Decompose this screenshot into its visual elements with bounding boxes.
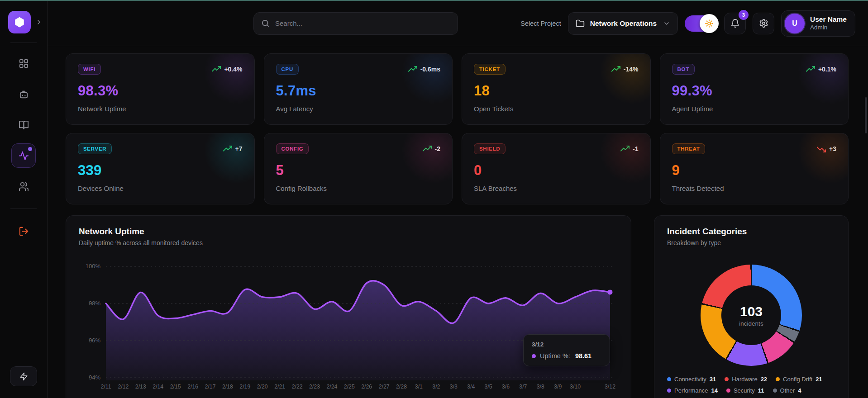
chevron-right-icon: [35, 19, 43, 26]
svg-text:2/17: 2/17: [205, 384, 216, 390]
sidebar: [0, 1, 48, 398]
active-indicator-dot: [28, 147, 32, 151]
user-role: Admin: [810, 24, 847, 31]
svg-text:2/28: 2/28: [396, 384, 407, 390]
sidebar-item-users[interactable]: [11, 174, 36, 199]
app-logo[interactable]: [8, 11, 31, 33]
toggle-knob: [700, 14, 719, 33]
stat-trend: -0.6ms: [408, 66, 440, 73]
stat-label: Devices Online: [78, 185, 243, 192]
stat-trend: +7: [223, 145, 243, 152]
svg-text:2/20: 2/20: [257, 384, 268, 390]
user-menu[interactable]: U User Name Admin: [781, 10, 855, 37]
svg-text:2/23: 2/23: [309, 384, 320, 390]
search-input[interactable]: [275, 19, 450, 27]
trending-up-icon: [423, 146, 432, 152]
svg-text:2/18: 2/18: [222, 384, 233, 390]
legend-value: 21: [816, 376, 822, 383]
legend-dot: [667, 377, 671, 381]
legend-label: Security: [734, 387, 755, 394]
stat-card-threat: THREAT +3 9 Threats Detected: [660, 133, 849, 204]
sidebar-item-monitoring[interactable]: [11, 143, 36, 168]
stat-badge: WIFI: [78, 64, 101, 75]
stat-badge: THREAT: [672, 143, 706, 154]
stat-card-bot: BOT +0.1% 99.3% Agent Uptime: [660, 53, 849, 125]
legend-item-hardware: Hardware 22: [725, 376, 767, 383]
sidebar-item-dashboard[interactable]: [11, 51, 36, 76]
stat-trend-value: -14%: [624, 66, 639, 73]
legend-dot: [726, 389, 730, 393]
logout-icon: [19, 226, 29, 237]
chart-tooltip: 3/12 Uptime %: 98.61: [523, 334, 610, 366]
stat-value: 339: [78, 162, 243, 179]
tooltip-value: 98.61: [575, 352, 591, 360]
legend-value: 31: [710, 376, 716, 383]
svg-text:2/11: 2/11: [100, 384, 111, 390]
settings-button[interactable]: [753, 13, 774, 34]
uptime-title: Network Uptime: [79, 227, 618, 237]
legend-label: Performance: [674, 387, 708, 394]
svg-text:100%: 100%: [86, 263, 101, 270]
notification-badge: 3: [739, 10, 749, 20]
logout-button[interactable]: [11, 219, 36, 243]
svg-text:2/14: 2/14: [153, 384, 163, 390]
stat-label: Threats Detected: [672, 185, 837, 192]
stat-trend-value: -0.6ms: [420, 66, 440, 73]
stat-trend-value: +3: [829, 145, 836, 152]
svg-text:3/9: 3/9: [554, 384, 562, 390]
legend-dot: [773, 389, 777, 393]
trending-up-icon: [620, 146, 630, 152]
bell-icon: [730, 19, 740, 28]
stats-grid: WIFI +0.4% 98.3% Network Uptime CPU -0.6…: [66, 53, 849, 204]
sidebar-item-docs[interactable]: [11, 113, 36, 137]
notifications-button[interactable]: 3: [724, 13, 746, 34]
sidebar-expand-button[interactable]: [35, 19, 43, 26]
users-icon: [19, 181, 29, 192]
legend-label: Config Drift: [783, 376, 812, 383]
stat-trend: -1: [620, 145, 638, 152]
stat-trend-value: +7: [235, 145, 243, 152]
legend-value: 4: [798, 387, 801, 394]
stat-label: SLA Breaches: [474, 185, 639, 192]
stat-card-shield: SHIELD -1 0 SLA Breaches: [462, 133, 651, 204]
trending-up-icon: [223, 146, 232, 152]
stat-value: 5.7ms: [276, 83, 441, 99]
select-project-label: Select Project: [520, 20, 561, 27]
trending-up-icon: [611, 66, 620, 73]
quick-actions-button[interactable]: [10, 366, 37, 386]
stat-badge: CONFIG: [276, 143, 309, 154]
legend-value: 11: [758, 387, 764, 394]
project-dropdown[interactable]: Network Operations: [568, 12, 678, 35]
trending-up-icon: [212, 66, 221, 73]
legend-dot: [725, 377, 729, 381]
legend-item-performance: Performance 14: [667, 387, 718, 394]
svg-text:2/15: 2/15: [170, 384, 181, 390]
donut-chart: 103 incidents: [701, 265, 802, 366]
scrollbar-thumb[interactable]: [865, 97, 867, 133]
stat-badge: CPU: [276, 64, 299, 75]
stat-card-config: CONFIG -2 5 Config Rollbacks: [264, 133, 453, 204]
svg-text:3/4: 3/4: [467, 384, 475, 390]
sidebar-item-agents[interactable]: [11, 82, 36, 106]
stat-trend-value: -2: [435, 145, 440, 152]
stat-card-cpu: CPU -0.6ms 5.7ms Avg Latency: [264, 53, 453, 125]
svg-text:3/8: 3/8: [537, 384, 544, 390]
theme-toggle[interactable]: [685, 15, 717, 32]
svg-text:3/7: 3/7: [519, 384, 527, 390]
bot-icon: [19, 89, 29, 100]
svg-text:3/5: 3/5: [485, 384, 492, 390]
stat-label: Network Uptime: [78, 105, 243, 113]
trending-down-icon: [817, 146, 826, 152]
main-area: Select Project Network Operations 3: [48, 1, 868, 398]
book-open-icon: [19, 120, 29, 130]
legend-label: Connectivity: [674, 376, 706, 383]
stat-label: Avg Latency: [276, 105, 441, 113]
uptime-line-chart[interactable]: 100%98%96%94%2/112/122/132/142/152/162/1…: [79, 253, 618, 398]
legend-value: 22: [761, 376, 767, 383]
legend-item-connectivity: Connectivity 31: [667, 376, 716, 383]
stat-badge: BOT: [672, 64, 695, 75]
top-accent-line: [0, 0, 868, 1]
stat-trend: -14%: [611, 66, 639, 73]
incidents-panel: Incident Categories Breakdown by type 10…: [654, 215, 849, 398]
svg-text:2/22: 2/22: [292, 384, 303, 390]
